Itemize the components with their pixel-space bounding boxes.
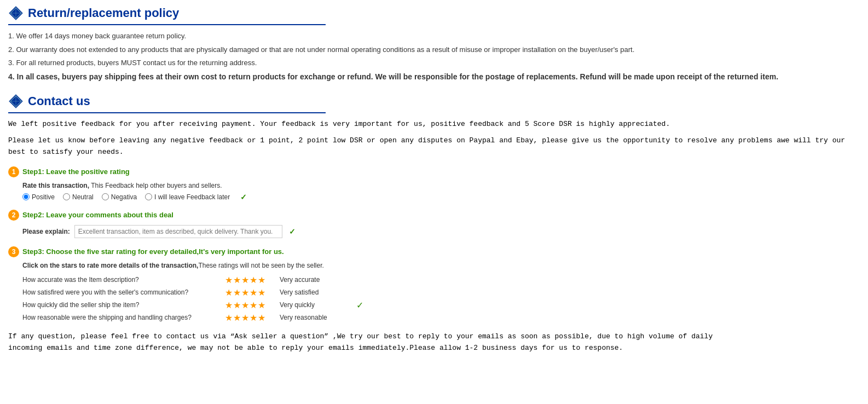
stars-4[interactable]: ★★★★★	[225, 313, 274, 323]
step3-label: Step3: Choose the five star rating for e…	[22, 247, 284, 256]
rating-row-4: How reasonable were the shipping and han…	[22, 313, 860, 323]
rating-row-1: How accurate was the Item description? ★…	[22, 275, 860, 285]
radio-positive[interactable]: Positive	[22, 193, 55, 201]
step2-label: Step2: Leave your comments about this de…	[22, 211, 173, 219]
step3-container: 3 Step3: Choose the five star rating for…	[8, 246, 860, 323]
contact-heading: Contact us	[28, 94, 90, 108]
contact-title-row: Contact us	[8, 94, 860, 109]
bottom-contact: If any question, please feel free to con…	[8, 331, 860, 354]
radio-negative-input[interactable]	[102, 193, 109, 200]
contact-divider	[8, 112, 326, 113]
rating-row-3: How quickly did the seller ship the item…	[22, 300, 860, 310]
step3-checkmark: ✓	[356, 300, 363, 310]
bottom-contact-line2: incoming emails and time zone difference…	[8, 343, 860, 354]
policy-item-3: 3. For all returned products, buyers MUS…	[8, 57, 860, 68]
feedback-line1: We left positive feedback for you after …	[8, 119, 860, 130]
policy-item-4: 4. In all cases, buyers pay shipping fee…	[8, 71, 860, 83]
step2-container: 2 Step2: Leave your comments about this …	[8, 210, 860, 238]
rating-label: Rate this transaction, This Feedback hel…	[22, 182, 860, 189]
radio-neutral-input[interactable]	[63, 193, 70, 200]
contact-diamond-icon	[8, 94, 24, 109]
return-policy-divider	[8, 24, 326, 25]
explain-label: Please explain:	[22, 228, 70, 235]
radio-positive-input[interactable]	[22, 193, 30, 200]
rating-section: Rate this transaction, This Feedback hel…	[22, 182, 860, 201]
explain-row: Please explain: ✓	[22, 225, 860, 238]
stars-2[interactable]: ★★★★★	[225, 287, 274, 298]
rating-desc-4: Very reasonable	[280, 314, 351, 321]
radio-neutral[interactable]: Neutral	[63, 193, 94, 201]
rating-label-4: How reasonable were the shipping and han…	[22, 314, 219, 321]
step1-circle: 1	[8, 166, 19, 177]
rating-row-2: How satisfired were you with the seller'…	[22, 287, 860, 298]
radio-later[interactable]: I will leave Feedback later	[145, 193, 230, 201]
contact-section: Contact us We left positive feedback for…	[8, 94, 860, 354]
policy-item-2: 2. Our warranty does not extended to any…	[8, 44, 860, 55]
policy-item-1: 1. We offer 14 days money back guarantee…	[8, 31, 860, 42]
return-policy-heading: Return/replacement policy	[28, 6, 179, 20]
step2-header: 2 Step2: Leave your comments about this …	[8, 210, 860, 221]
ratings-table: How accurate was the Item description? ★…	[22, 275, 860, 323]
radio-later-input[interactable]	[145, 193, 152, 200]
radio-group: Positive Neutral Negativa I will leave F…	[22, 193, 860, 201]
step1-label: Step1: Leave the positive rating	[22, 168, 130, 176]
step3-circle: 3	[8, 246, 19, 257]
step2-checkmark: ✓	[289, 227, 296, 236]
rating-label-2: How satisfired were you with the seller'…	[22, 288, 219, 296]
rating-desc-3: Very quickly	[280, 301, 351, 309]
rating-label-1: How accurate was the Item description?	[22, 276, 219, 284]
step3-header: 3 Step3: Choose the five star rating for…	[8, 246, 860, 257]
step2-circle: 2	[8, 210, 19, 221]
bottom-contact-line1: If any question, please feel free to con…	[8, 331, 860, 343]
rating-desc-2: Very satisfied	[280, 288, 351, 296]
step3-sublabel: Click on the stars to rate more details …	[22, 262, 860, 269]
diamond-icon	[8, 5, 24, 21]
step1-checkmark: ✓	[240, 193, 247, 201]
stars-1[interactable]: ★★★★★	[225, 275, 274, 285]
step1-header: 1 Step1: Leave the positive rating	[8, 166, 860, 177]
rating-desc-1: Very accurate	[280, 276, 351, 284]
feedback-line2: Please let us know before leaving any ne…	[8, 135, 860, 158]
rating-label-3: How quickly did the seller ship the item…	[22, 301, 219, 309]
stars-3[interactable]: ★★★★★	[225, 300, 274, 310]
return-policy-title-row: Return/replacement policy	[8, 5, 860, 21]
radio-negative[interactable]: Negativa	[102, 193, 137, 201]
step1-container: 1 Step1: Leave the positive rating Rate …	[8, 166, 860, 201]
return-policy-section: Return/replacement policy 1. We offer 14…	[8, 5, 860, 83]
explain-input[interactable]	[74, 225, 282, 238]
